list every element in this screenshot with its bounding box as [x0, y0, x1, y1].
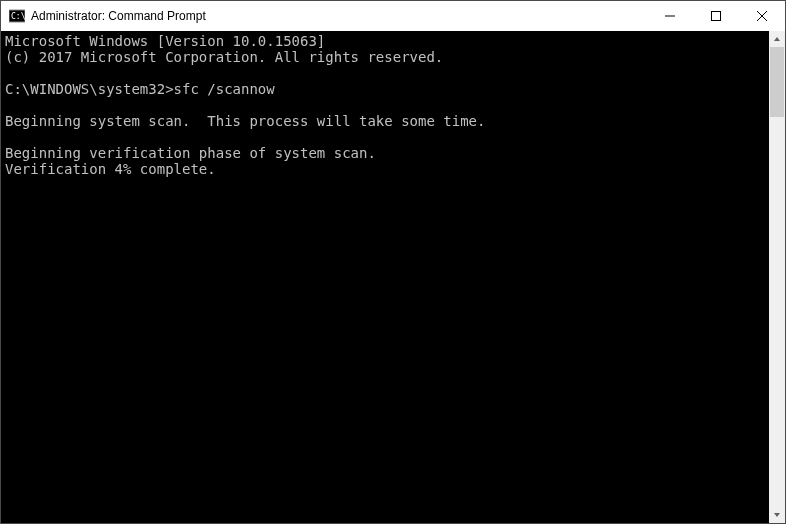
terminal-line: Beginning verification phase of system s…	[5, 145, 769, 161]
close-button[interactable]	[739, 1, 785, 31]
command-prompt-window: C:\ Administrator: Command Prompt Micros…	[0, 0, 786, 524]
terminal-line: (c) 2017 Microsoft Corporation. All righ…	[5, 49, 769, 65]
terminal-line	[5, 65, 769, 81]
svg-marker-6	[774, 37, 780, 41]
client-area: Microsoft Windows [Version 10.0.15063](c…	[1, 31, 785, 523]
terminal-line	[5, 129, 769, 145]
scroll-up-arrow-icon[interactable]	[769, 31, 785, 47]
terminal-line: C:\WINDOWS\system32>sfc /scannow	[5, 81, 769, 97]
minimize-button[interactable]	[647, 1, 693, 31]
terminal-line: Microsoft Windows [Version 10.0.15063]	[5, 33, 769, 49]
terminal-line: Beginning system scan. This process will…	[5, 113, 769, 129]
scroll-thumb[interactable]	[770, 47, 784, 117]
terminal-line: Verification 4% complete.	[5, 161, 769, 177]
window-controls	[647, 1, 785, 31]
terminal-output[interactable]: Microsoft Windows [Version 10.0.15063](c…	[1, 31, 769, 523]
titlebar[interactable]: C:\ Administrator: Command Prompt	[1, 1, 785, 31]
svg-marker-7	[774, 513, 780, 517]
vertical-scrollbar[interactable]	[769, 31, 785, 523]
maximize-button[interactable]	[693, 1, 739, 31]
scroll-down-arrow-icon[interactable]	[769, 507, 785, 523]
cmd-icon: C:\	[9, 8, 25, 24]
svg-text:C:\: C:\	[11, 12, 25, 21]
svg-rect-3	[712, 12, 721, 21]
terminal-line	[5, 97, 769, 113]
window-title: Administrator: Command Prompt	[31, 9, 647, 23]
